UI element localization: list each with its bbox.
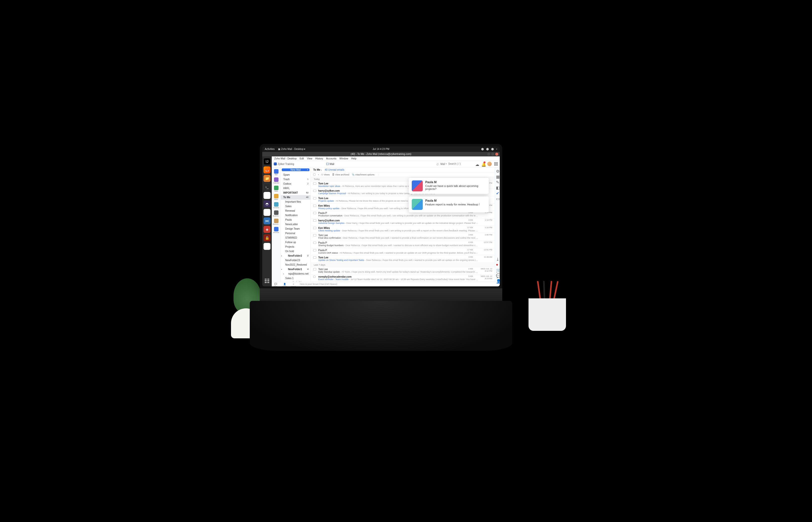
- folder-important-files[interactable]: Important files: [281, 200, 311, 204]
- module-calendar[interactable]: Calendar: [273, 177, 280, 184]
- message-row[interactable]: Tom LeeDaily Standup update - Hi Team, I…: [311, 267, 495, 275]
- message-row[interactable]: Paula PCurrent OKR status - Hi Rebecca, …: [311, 248, 495, 256]
- folder-newfolder23[interactable]: NewFolder23: [281, 258, 311, 263]
- channels-footer-icon[interactable]: ≡Channels: [292, 283, 295, 285]
- chats-footer-icon[interactable]: 💬Chats: [274, 283, 277, 285]
- folder-renewal[interactable]: Renewal: [281, 209, 311, 213]
- new-mail-button[interactable]: New Mail: [282, 168, 310, 171]
- cloud-icon[interactable]: ☁: [475, 162, 479, 166]
- dock-files-icon[interactable]: 📁: [263, 175, 271, 182]
- folder-sales[interactable]: Sales: [281, 204, 311, 209]
- folder-notification[interactable]: Notification: [281, 213, 311, 218]
- profile-avatar[interactable]: [487, 162, 492, 166]
- app-switcher-icon[interactable]: [494, 162, 498, 166]
- message-row[interactable]: Tom LeeFinal idea confirmation - Dear Re…: [311, 233, 495, 241]
- module-earchive[interactable]: eArchive: [273, 226, 280, 234]
- person-icon[interactable]: 👤: [496, 279, 499, 282]
- smart-chat-placeholder[interactable]: Here is your Smart Chat (Ctrl+Space): [300, 283, 337, 285]
- menu-help[interactable]: Help: [351, 157, 356, 160]
- notification-card[interactable]: Paula MCould we have a quick talk about …: [409, 178, 489, 194]
- system-menu-caret[interactable]: ▾: [496, 148, 497, 150]
- contacts-footer-icon[interactable]: 👤Contacts: [283, 283, 286, 285]
- dock-vscode-icon[interactable]: ⋈: [263, 217, 271, 224]
- message-row[interactable]: Paula PSharing Budget Numbers - Dear Reb…: [311, 241, 495, 248]
- status-dot-icon[interactable]: ●: [496, 262, 499, 265]
- mail-tab[interactable]: Mail: [326, 163, 334, 165]
- chat-bubble-icon[interactable]: 💬: [496, 273, 499, 276]
- dock-firefox-icon[interactable]: 🦊: [263, 166, 271, 174]
- window-minimize-button[interactable]: [487, 153, 490, 156]
- settings-gear-icon[interactable]: ⚙: [496, 169, 499, 172]
- download-icon[interactable]: ⤓: [496, 257, 499, 260]
- message-row[interactable]: Ken MilesClient meeting update - Dear Re…: [311, 226, 495, 234]
- message-row[interactable]: Tom LeeUpdate on Stress Testing and Impo…: [311, 255, 495, 263]
- folder-newfolder1[interactable]: NewFolder14: [281, 267, 311, 272]
- notifications-bell-icon[interactable]: 🔔: [481, 162, 485, 166]
- clock[interactable]: Jul 14 4:23 PM: [373, 148, 390, 150]
- menu-view[interactable]: View: [307, 157, 313, 160]
- module-bookma[interactable]: Bookma..: [273, 210, 280, 217]
- folder-outbox[interactable]: Outbox2: [281, 182, 311, 186]
- dock-texteditor-icon[interactable]: ✎: [263, 209, 271, 216]
- message-row[interactable]: noreply@zohocalendar.comEvent reminder :…: [311, 275, 495, 282]
- module-tasks[interactable]: Tasks: [273, 185, 280, 193]
- bookmark-ribbon-icon[interactable]: ◧: [496, 185, 499, 188]
- check-icon[interactable]: ✔: [496, 191, 499, 194]
- dock-eclipse-icon[interactable]: ◓: [263, 200, 271, 207]
- folder-paula[interactable]: Paula: [281, 218, 311, 222]
- window-maximize-button[interactable]: [491, 153, 494, 156]
- view-archived[interactable]: 🗄 View archived: [332, 174, 349, 176]
- menu-edit[interactable]: Edit: [299, 157, 304, 160]
- calendar-widget-icon[interactable]: ▦: [496, 175, 499, 177]
- filter-funnel-icon[interactable]: ▽ Views: [321, 174, 330, 176]
- activities-button[interactable]: Activities: [265, 148, 275, 150]
- dock-show-apps-icon[interactable]: [263, 277, 271, 284]
- menu-history[interactable]: History: [315, 157, 323, 160]
- search-scope-selector[interactable]: Mail ▾: [440, 163, 447, 165]
- module-resourc[interactable]: Resourc..: [273, 218, 280, 226]
- pen-icon[interactable]: ✎: [496, 180, 499, 183]
- folder-sales-1[interactable]: Sales 1: [281, 276, 311, 281]
- menu-window[interactable]: Window: [339, 157, 348, 160]
- current-app-indicator[interactable]: ▣ Zoho Mail - Desktop ▾: [278, 148, 305, 150]
- folder-on-hold[interactable]: On hold: [281, 249, 311, 254]
- folder-projects[interactable]: Projects: [281, 245, 311, 249]
- folder-design-team[interactable]: Design Team: [281, 227, 311, 231]
- menu-accounts[interactable]: Accounts: [326, 157, 336, 160]
- folder-spam[interactable]: Spam: [281, 173, 311, 177]
- dock-zohomail-icon[interactable]: ✉: [263, 243, 271, 250]
- module-notes[interactable]: Notes: [273, 193, 280, 201]
- dock-terminal-icon[interactable]: ›_: [263, 183, 271, 190]
- folder-follow-up[interactable]: Follow up: [281, 240, 311, 245]
- unread-count-link[interactable]: 40 Unread emails: [325, 168, 344, 171]
- folder-trash[interactable]: Trash1: [281, 177, 311, 182]
- folder-personal[interactable]: Personal: [281, 231, 311, 236]
- org-brand[interactable]: Zylker Training: [274, 162, 294, 165]
- select-all-checkbox[interactable]: [313, 174, 316, 176]
- folder-important[interactable]: IMPORTANT52: [281, 190, 311, 195]
- attachment-options[interactable]: 📎 Attachment options: [352, 174, 375, 176]
- folder-newfolder2[interactable]: NewFolder22: [281, 254, 311, 258]
- dock-intellij-icon[interactable]: IJ: [263, 158, 271, 165]
- note-icon[interactable]: ▭: [496, 196, 499, 199]
- battery-icon[interactable]: [491, 148, 494, 150]
- cart-icon[interactable]: 🛒: [496, 268, 499, 271]
- module-contacts[interactable]: Contacts: [273, 201, 280, 209]
- network-icon[interactable]: [481, 148, 484, 150]
- folder-raja-bizdemo-net[interactable]: raja@bizdemo.net: [281, 272, 311, 276]
- dock-sslvpn-icon[interactable]: 🔒: [263, 234, 271, 241]
- volume-icon[interactable]: [486, 148, 489, 150]
- folder-nov2022-restored[interactable]: Nov2022_Restored: [281, 263, 311, 267]
- search-input[interactable]: [448, 162, 471, 165]
- window-close-button[interactable]: [495, 153, 498, 156]
- folder-starred[interactable]: STARRED: [281, 236, 311, 240]
- dock-redis-icon[interactable]: ◈: [263, 226, 271, 233]
- message-checkbox[interactable]: [313, 276, 316, 278]
- message-row[interactable]: harry@zylker.comIndustrial Design Sample…: [311, 218, 495, 226]
- dock-chrome-icon[interactable]: ◉: [263, 192, 271, 199]
- folder-newslatter[interactable]: NewsLatter: [281, 222, 311, 227]
- notification-card[interactable]: Paula MFeature report is ready for revie…: [409, 196, 489, 213]
- folder-hrfl[interactable]: HRFL: [281, 186, 311, 190]
- module-mail[interactable]: Mail: [273, 168, 280, 176]
- folder-to-me[interactable]: To Me40: [281, 195, 311, 200]
